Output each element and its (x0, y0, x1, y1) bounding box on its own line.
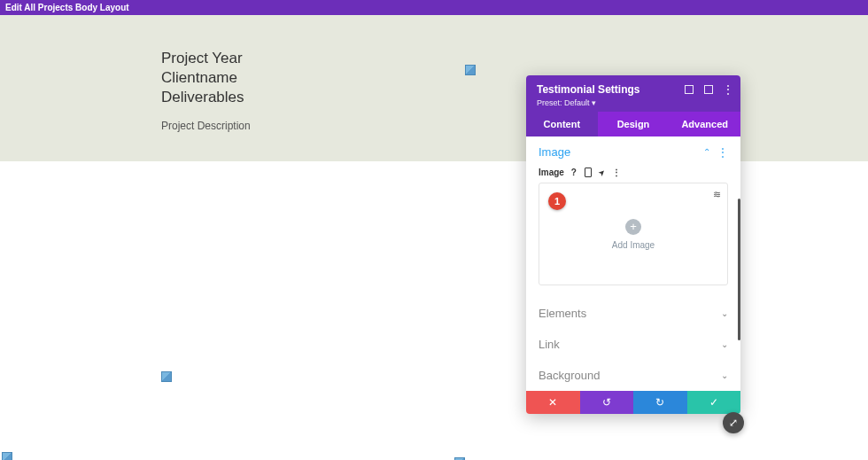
undo-button[interactable]: ↺ (580, 391, 634, 414)
panel-scrollbar[interactable] (738, 199, 740, 340)
save-button[interactable]: ✓ (687, 391, 741, 414)
broken-image-icon (161, 371, 172, 382)
add-image-label: Add Image (612, 240, 655, 250)
tab-design[interactable]: Design (598, 112, 670, 136)
panel-preset[interactable]: Preset: Default ▾ (537, 98, 730, 107)
settings-panel: Testimonial Settings Preset: Default ▾ ⋮… (526, 75, 740, 414)
panel-tabs: Content Design Advanced (526, 112, 740, 136)
section-elements-toggle[interactable]: Elements ⌄ (526, 298, 740, 329)
tab-content[interactable]: Content (526, 112, 598, 136)
redo-button[interactable]: ↻ (633, 391, 687, 414)
image-field-row: Image (526, 168, 740, 183)
help-icon[interactable] (570, 168, 578, 177)
hover-icon[interactable] (598, 168, 607, 177)
client-name: Clientname (161, 68, 868, 88)
chevron-down-icon: ⌄ (721, 308, 728, 318)
section-elements-label: Elements (539, 307, 586, 320)
section-image-label: Image (539, 145, 570, 159)
deliverables: Deliverables (161, 88, 868, 107)
image-dropzone[interactable]: 1 ≋ + Add Image (539, 183, 728, 285)
section-image-toggle[interactable]: Image ⌃ ⋮ (526, 136, 740, 168)
chevron-down-icon: ⌄ (721, 339, 728, 349)
floating-expand-button[interactable]: ⤢ (723, 412, 744, 433)
broken-image-icon (2, 452, 12, 460)
snap-icon[interactable] (703, 84, 714, 95)
add-image-button[interactable]: + (625, 219, 641, 235)
panel-header[interactable]: Testimonial Settings Preset: Default ▾ ⋮ (526, 75, 740, 112)
section-link-toggle[interactable]: Link ⌄ (526, 329, 740, 360)
panel-body: Image ⌃ ⋮ Image 1 ≋ + Add Image Elements… (526, 136, 740, 391)
responsive-icon[interactable] (584, 168, 593, 177)
dynamic-content-icon[interactable]: ≋ (711, 189, 722, 199)
chevron-down-icon: ⌄ (721, 370, 728, 380)
top-bar: Edit All Projects Body Layout (0, 0, 868, 15)
field-more-icon[interactable] (612, 168, 621, 177)
image-field-label: Image (539, 168, 564, 177)
expand-icon[interactable] (684, 84, 694, 95)
section-background-label: Background (539, 369, 600, 382)
cancel-button[interactable]: ✕ (526, 391, 580, 414)
section-link-label: Link (539, 338, 560, 351)
panel-more-icon[interactable]: ⋮ (723, 84, 733, 95)
project-description: Project Description (161, 120, 868, 132)
section-background-toggle[interactable]: Background ⌄ (526, 360, 740, 391)
chevron-up-icon: ⌃ (703, 147, 710, 157)
section-more-icon[interactable]: ⋮ (717, 147, 728, 158)
panel-footer: ✕ ↺ ↻ ✓ (526, 391, 740, 414)
top-bar-title: Edit All Projects Body Layout (5, 3, 129, 12)
step-marker: 1 (548, 192, 566, 210)
project-year: Project Year (161, 49, 868, 68)
broken-image-icon (465, 65, 476, 75)
tab-advanced[interactable]: Advanced (669, 112, 740, 136)
